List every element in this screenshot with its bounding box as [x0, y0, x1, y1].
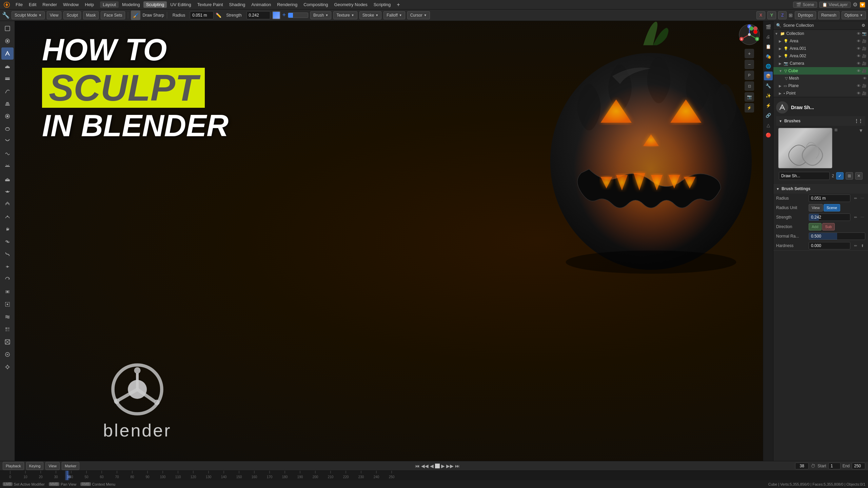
particles-props-icon[interactable]: ✨: [764, 91, 773, 100]
remesh-btn[interactable]: Remesh: [818, 11, 840, 19]
tab-texture-paint[interactable]: Texture Paint: [195, 1, 226, 8]
strength-value[interactable]: 0.242: [246, 11, 270, 19]
hardness-edit-icon[interactable]: ✏: [852, 243, 859, 249]
stroke-dropdown-btn[interactable]: Stroke ▼: [359, 11, 382, 19]
outliner-area[interactable]: ▶ 💡 Area 👁 🎥: [773, 37, 868, 45]
start-frame-input[interactable]: 1: [828, 463, 841, 469]
radius-prop-value[interactable]: 0.051 m: [809, 195, 850, 202]
menu-window[interactable]: Window: [60, 1, 81, 8]
z-axis-btn[interactable]: Z: [778, 11, 787, 19]
brush-name-input[interactable]: Draw Sh...: [779, 172, 830, 180]
outliner-point[interactable]: ▶ • Point 👁 🎥: [773, 89, 868, 97]
eye-icon-cube[interactable]: 👁: [857, 69, 861, 73]
brush-expand-btn[interactable]: ▼: [859, 128, 863, 133]
rotate-tool[interactable]: [1, 273, 14, 285]
scene-selector[interactable]: 🎬Scene: [793, 2, 817, 8]
play-btn[interactable]: ▶: [441, 463, 445, 469]
y-axis-btn[interactable]: Y: [767, 11, 776, 19]
scene-unit-btn[interactable]: Scene: [824, 204, 840, 211]
eye-icon-area[interactable]: 👁: [857, 39, 861, 43]
crease-tool[interactable]: [1, 135, 14, 147]
jump-start-btn[interactable]: ⏮: [415, 463, 420, 469]
scrape-tool[interactable]: [1, 185, 14, 198]
layer-tool[interactable]: [1, 98, 14, 110]
smooth-tool[interactable]: [1, 148, 14, 160]
multiplane-tool[interactable]: [1, 198, 14, 210]
inflate-tool[interactable]: [1, 110, 14, 122]
render-icon-cube[interactable]: 🎥: [862, 69, 867, 73]
timeline-view-menu[interactable]: View: [45, 462, 60, 470]
nav-gizmo[interactable]: Z Y X: [738, 24, 760, 45]
x-axis-btn[interactable]: X: [756, 11, 765, 19]
outliner-filter-icon[interactable]: ⚙: [862, 23, 865, 28]
view-layer-props-icon[interactable]: 📋: [764, 42, 773, 51]
render-icon-camera[interactable]: 🎥: [862, 61, 867, 66]
add-direction-btn[interactable]: Add: [809, 223, 822, 230]
view-btn[interactable]: View: [47, 11, 62, 19]
render-icon-area[interactable]: 🎥: [862, 39, 867, 43]
next-frame-btn[interactable]: ▶▶: [446, 463, 454, 469]
outliner-camera[interactable]: ▶ 📷 Camera 👁 🎥: [773, 60, 868, 67]
menu-help[interactable]: Help: [82, 1, 97, 8]
tab-animation[interactable]: Animation: [249, 1, 274, 8]
modifier-props-icon[interactable]: 🔧: [764, 81, 773, 90]
render-icon-area002[interactable]: 🎥: [862, 54, 867, 58]
menu-render[interactable]: Render: [40, 1, 60, 8]
falloff-dropdown-btn[interactable]: Falloff ▼: [383, 11, 405, 19]
timeline-ruler[interactable]: 0 10 20 30 38 40: [0, 471, 868, 480]
flatten-tool[interactable]: [1, 160, 14, 172]
pen-pressure-icon[interactable]: ✏️: [216, 13, 221, 18]
tab-sculpting[interactable]: Sculpting: [143, 1, 167, 8]
outliner-cube[interactable]: ▼ ▽ Cube 👁 🎥: [773, 67, 868, 75]
pinch-tool[interactable]: [1, 210, 14, 223]
prev-frame-btn[interactable]: ◀◀: [421, 463, 429, 469]
eye-icon-point[interactable]: 👁: [857, 91, 861, 96]
eye-icon-camera[interactable]: 👁: [857, 61, 861, 66]
filter-icon[interactable]: 🔽: [860, 2, 865, 7]
perspective-btn[interactable]: P: [745, 70, 754, 80]
eye-icon-plane[interactable]: 👁: [857, 84, 861, 88]
brush-copy-btn[interactable]: ⊞: [846, 172, 853, 180]
hardness-prop-value[interactable]: 0.000: [809, 242, 850, 249]
viewlayer-selector[interactable]: 📋ViewLayer: [819, 2, 851, 8]
outliner-mesh[interactable]: ▽ Mesh 👁: [773, 75, 868, 82]
eye-icon-mesh[interactable]: 👁: [863, 76, 867, 80]
tab-rendering[interactable]: Rendering: [274, 1, 300, 8]
brush-delete-btn[interactable]: ✕: [855, 172, 863, 180]
render-props-icon[interactable]: 🎬: [764, 22, 773, 31]
zoom-out-btn[interactable]: −: [745, 60, 754, 69]
tab-uv-editing[interactable]: UV Editing: [167, 1, 194, 8]
options-btn[interactable]: Options ▼: [842, 11, 866, 19]
local-view-btn[interactable]: ⊡: [745, 81, 754, 91]
radius-link-icon[interactable]: ⋯: [859, 195, 865, 201]
brushes-section-header[interactable]: ▼ Brushes ⋮⋮: [776, 116, 865, 126]
jump-end-btn[interactable]: ⏭: [455, 463, 460, 469]
zoom-in-btn[interactable]: +: [745, 49, 754, 58]
outliner-plane[interactable]: ▶ ▭ Plane 👁 🎥: [773, 82, 868, 89]
tab-geometry-nodes[interactable]: Geometry Nodes: [331, 1, 370, 8]
brush-dropdown-btn[interactable]: Brush ▼: [310, 11, 331, 19]
slide-relax-tool[interactable]: [1, 286, 14, 298]
tab-modeling[interactable]: Modeling: [119, 1, 143, 8]
radius-value[interactable]: 0.051 m: [190, 11, 214, 19]
eye-icon-area001[interactable]: 👁: [857, 46, 861, 51]
frame-ruler-area[interactable]: 0 10 20 30 38 40: [0, 471, 868, 480]
cloth-tool[interactable]: [1, 311, 14, 323]
brushes-options-icon[interactable]: ⋮⋮: [854, 119, 863, 123]
playback-menu[interactable]: Playback: [3, 462, 24, 470]
tab-compositing[interactable]: Compositing: [301, 1, 331, 8]
cursor-dropdown-btn[interactable]: Cursor ▼: [407, 11, 430, 19]
strength-edit-icon[interactable]: ✏: [852, 214, 859, 220]
fill-tool[interactable]: [1, 173, 14, 185]
marker-menu[interactable]: Marker: [62, 462, 79, 470]
render-icon-point[interactable]: 🎥: [862, 91, 867, 96]
end-frame-input[interactable]: 250: [852, 463, 865, 469]
clay-thumb-tool[interactable]: [1, 85, 14, 97]
simplify-tool[interactable]: [1, 323, 14, 336]
radius-edit-icon[interactable]: ✏: [852, 195, 859, 201]
sub-direction-btn[interactable]: Sub: [822, 223, 835, 230]
menu-edit[interactable]: Edit: [26, 1, 39, 8]
tab-shading[interactable]: Shading: [226, 1, 248, 8]
render-icon-area001[interactable]: 🎥: [862, 46, 867, 51]
draw-sharp-tool[interactable]: [1, 47, 14, 60]
